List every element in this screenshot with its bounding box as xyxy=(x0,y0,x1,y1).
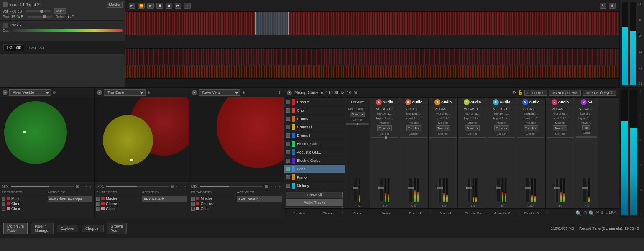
insert-input-bus-btn[interactable]: Insert Input Bus xyxy=(549,90,581,96)
channel-4-pan[interactable] xyxy=(459,137,486,138)
fx-panel-2-cb-choir[interactable] xyxy=(96,207,100,211)
channel-5-touch-btn[interactable]: Touch ▾ xyxy=(494,126,509,131)
channel-1-fader[interactable] xyxy=(380,178,383,203)
track-list-item-6[interactable]: Electric Guit... xyxy=(284,140,345,148)
zoom-in-icon[interactable]: 🔍 xyxy=(575,210,582,216)
track-list-item-11[interactable]: Melody xyxy=(284,182,345,190)
track-cb-6[interactable] xyxy=(286,142,290,146)
fx-panel-2-cb-master[interactable] xyxy=(96,197,100,201)
track-cb-5[interactable] xyxy=(286,133,290,138)
tab-chopper[interactable]: Chopper xyxy=(82,225,104,232)
tab-explorer[interactable]: Explorer xyxy=(57,225,79,232)
fx-panel-3-cb-choir[interactable] xyxy=(191,207,195,211)
zoom-out-icon[interactable]: 🔍 xyxy=(588,210,595,216)
channel-2-touch-btn[interactable]: Touch ▾ xyxy=(406,126,422,131)
track-cb-8[interactable] xyxy=(286,159,290,163)
channel-8-pan[interactable] xyxy=(576,136,597,138)
channel-7-fader[interactable] xyxy=(555,178,559,203)
fx-panel-1-mix-slider[interactable] xyxy=(11,186,74,187)
stop-btn[interactable]: ⏹ xyxy=(166,3,172,9)
track-cb-2[interactable] xyxy=(286,108,290,113)
channel-5-fader[interactable] xyxy=(497,178,500,203)
track-list-item-3[interactable]: Drums xyxy=(284,115,345,123)
snap-btn[interactable]: ⊞ xyxy=(609,3,616,9)
master-btn[interactable]: Master xyxy=(107,2,123,8)
fx-panel-3-cb-master[interactable] xyxy=(191,197,195,201)
fx-panel-2-active-item[interactable]: eFX Reverb xyxy=(142,196,187,202)
track-list-item-5[interactable]: Drums I xyxy=(284,131,345,140)
record-btn[interactable]: ● xyxy=(184,3,191,9)
channel-4-touch-btn[interactable]: Touch ▾ xyxy=(465,126,480,131)
fx-panel-2-close[interactable]: × xyxy=(97,90,102,95)
pan-slider[interactable] xyxy=(27,16,52,18)
track-list-item-1[interactable]: Chorus xyxy=(284,98,345,106)
fx-panel-1-icons[interactable]: ⊞ ⋮⋮⋮ xyxy=(76,184,93,189)
channel-7-touch-btn[interactable]: Touch ▾ xyxy=(553,126,568,131)
channel-preview-fader[interactable] xyxy=(354,178,357,203)
fx-panel-1-link[interactable]: ⊕ xyxy=(53,90,56,95)
channel-1-pan[interactable] xyxy=(371,137,398,138)
fx-panel-2-link[interactable]: ⊕ xyxy=(147,90,151,95)
channel-preview-touch-btn[interactable]: Touch ▾ xyxy=(350,112,365,117)
channel-6-touch-btn[interactable]: Touch ▾ xyxy=(524,126,539,131)
touch-btn[interactable]: Touch xyxy=(54,8,66,14)
channel-3-touch-btn[interactable]: Touch ▾ xyxy=(436,126,451,131)
track-list-item-9[interactable]: Bass xyxy=(284,165,345,173)
fx-panel-3-cb-chorus[interactable] xyxy=(191,202,195,206)
fx-panel-1-close[interactable]: × xyxy=(3,90,8,95)
track-cb-11[interactable] xyxy=(286,184,290,188)
insert-soft-synth-btn[interactable]: Insert Soft Synth xyxy=(583,90,616,96)
fx-panel-3-link[interactable]: ⊕ xyxy=(242,90,245,95)
fx-panel-3-icons[interactable]: ⊞ ⋮⋮⋮ xyxy=(265,184,282,189)
play-btn[interactable]: ▶ xyxy=(147,3,154,9)
zoom-reset-icon[interactable]: ⊟ xyxy=(583,210,587,216)
track-cb-1[interactable] xyxy=(286,100,290,104)
tab-groove-pool[interactable]: Groove Pool xyxy=(107,223,127,234)
fx-panel-1-cb-master[interactable] xyxy=(2,197,5,201)
fx-panel-1-cb-chorus[interactable] xyxy=(2,202,5,206)
fx-panel-1-cb-choir[interactable] xyxy=(2,207,5,211)
back-btn[interactable]: ⏪ xyxy=(138,3,145,9)
channel-8-touch-btn[interactable]: Tou xyxy=(582,126,590,130)
channel-4-fader[interactable] xyxy=(468,178,471,203)
insert-bus-btn[interactable]: Insert Bus xyxy=(524,90,547,96)
fx-panel-3-add[interactable]: + xyxy=(278,90,281,95)
track-cb-4[interactable] xyxy=(286,125,290,129)
mixing-lock-icon[interactable]: 🔒 xyxy=(518,90,523,96)
mixing-close-btn[interactable]: × xyxy=(287,90,292,95)
track-list-item-7[interactable]: Acoustic Gui... xyxy=(284,148,345,156)
channel-2-pan[interactable] xyxy=(400,137,427,138)
fx-panel-3-preset[interactable]: Rave Verb xyxy=(199,89,240,96)
tab-morphium-pads[interactable]: Morphium Pads xyxy=(3,223,28,234)
fx-panel-1-preset[interactable]: Alien Warble xyxy=(9,89,51,96)
channel-3-fader[interactable] xyxy=(438,178,442,203)
track-cb-10[interactable] xyxy=(286,175,290,179)
fx-panel-2-cb-chorus[interactable] xyxy=(96,202,100,206)
pause-btn[interactable]: ⏸ xyxy=(156,3,163,9)
track-cb-9[interactable] xyxy=(286,167,290,171)
fx-panel-2-icons[interactable]: ⊞ ⋮⋮⋮ xyxy=(170,184,187,189)
fx-panel-2-preset[interactable]: The Cave xyxy=(104,89,146,96)
rewind-btn[interactable]: ⏮ xyxy=(129,3,135,9)
track-cb-7[interactable] xyxy=(286,150,290,154)
channel-3-pan[interactable] xyxy=(429,137,457,138)
tab-plugin-manager[interactable]: Plug-In Manager xyxy=(31,223,54,234)
channel-6-fader[interactable] xyxy=(526,178,529,203)
channel-5-pan[interactable] xyxy=(488,137,515,138)
fx-panel-2-mix-slider[interactable] xyxy=(106,186,169,187)
channel-8-fader[interactable] xyxy=(583,178,586,203)
channel-2-fader[interactable] xyxy=(409,178,412,203)
track-cb-3[interactable] xyxy=(286,117,290,121)
channel-6-pan[interactable] xyxy=(517,137,544,138)
mixing-settings-icon[interactable]: ⚙ xyxy=(512,90,516,96)
track-list-item-4[interactable]: Drums H xyxy=(284,123,345,131)
channel-7-pan[interactable] xyxy=(547,137,574,138)
vol-slider[interactable] xyxy=(26,10,51,12)
forward-btn[interactable]: ⏭ xyxy=(175,3,181,9)
fx-panel-3-mix-slider[interactable] xyxy=(200,186,263,187)
track-list-item-2[interactable]: Choir xyxy=(284,106,345,115)
loop-btn[interactable]: ↻ xyxy=(600,3,606,9)
audio-tracks-btn[interactable]: Audio Tracks xyxy=(286,199,343,206)
fx-panel-3-close[interactable]: × xyxy=(192,90,197,95)
fx-panel-1-active-item[interactable]: eFX ChorusFlanger xyxy=(48,196,93,202)
